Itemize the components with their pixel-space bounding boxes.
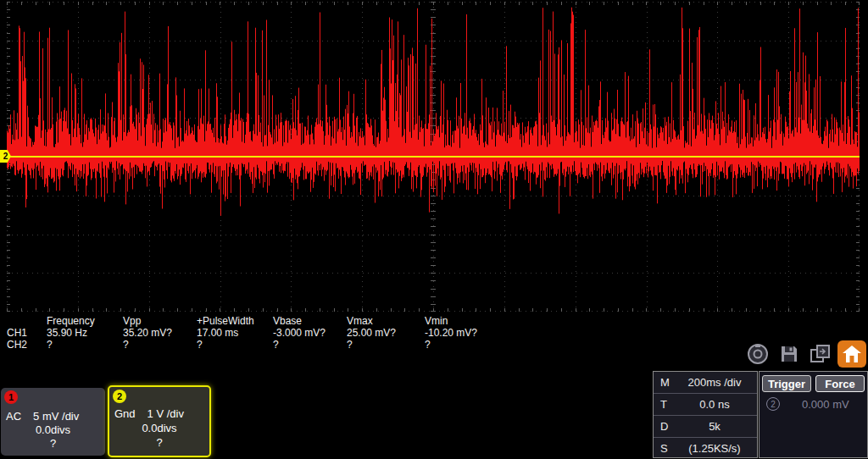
trigger-level-value: 0.000 mV	[802, 398, 849, 411]
channel2-box[interactable]: 2 Gnd 1 V /div 0.0divs ?	[108, 385, 211, 457]
waveform-display	[7, 2, 860, 312]
waveform-canvas	[7, 2, 860, 312]
channel2-offset: 0.0divs	[109, 422, 209, 434]
channel2-coupling: Gnd	[114, 407, 136, 420]
trigger-level: 2 0.000 mV	[766, 397, 867, 411]
trigger-panel: Trigger Force 2 0.000 mV	[759, 371, 868, 458]
trigger-source-badge: 2	[766, 397, 780, 411]
toolbar	[743, 340, 866, 368]
channel1-scale: 5 mV /div	[33, 410, 79, 423]
copy-windows-icon[interactable]	[806, 340, 835, 368]
timebase-row-depth[interactable]: D 5k	[654, 416, 757, 438]
channel2-probe: ?	[109, 436, 209, 449]
channel1-probe: ?	[1, 437, 105, 450]
timebase-row-main[interactable]: M 200ms /div	[654, 372, 757, 394]
measurement-column-vpp: Vpp 35.20 mV? ?	[123, 315, 197, 351]
measurements-corner	[7, 315, 47, 327]
measurement-column-frequency: Frequency 35.90 Hz ?	[47, 315, 123, 351]
timebase-panel: M 200ms /div T 0.0 ns D 5k S (1.25KS/s)	[653, 371, 758, 458]
timebase-row-samplerate[interactable]: S (1.25KS/s)	[654, 438, 757, 459]
measurement-column-pulsewidth: +PulseWidth 17.00 ms ?	[197, 315, 273, 351]
ch1-row-label: CH1	[7, 327, 47, 339]
channel2-badge: 2	[113, 390, 126, 403]
measurement-column-vmax: Vmax 25.00 mV? ?	[347, 315, 425, 351]
ch2-row-label: CH2	[7, 339, 47, 351]
timebase-row-trigger-offset[interactable]: T 0.0 ns	[654, 394, 757, 416]
channel2-scale: 1 V /div	[147, 407, 184, 420]
channel1-box[interactable]: 1 AC 5 mV /div 0.0divs ?	[1, 388, 105, 456]
measurement-column-vmin: Vmin -10.20 mV? ?	[425, 315, 505, 351]
trigger-button[interactable]: Trigger	[762, 375, 811, 392]
screen-capture-icon[interactable]	[743, 340, 772, 368]
channel1-coupling: AC	[6, 410, 21, 423]
home-icon[interactable]	[837, 340, 866, 368]
force-button[interactable]: Force	[815, 375, 865, 392]
measurements-panel: CH1 CH2 Frequency 35.90 Hz ? Vpp 35.20 m…	[7, 315, 505, 351]
oscilloscope-screen: 2 CH1 CH2 Frequency 35.90 Hz ? Vpp 35.20…	[0, 0, 868, 459]
channel1-offset: 0.0divs	[1, 423, 105, 436]
channel1-badge: 1	[4, 390, 18, 404]
save-icon[interactable]	[775, 340, 804, 368]
measurement-column-vbase: Vbase -3.000 mV? ?	[273, 315, 347, 351]
